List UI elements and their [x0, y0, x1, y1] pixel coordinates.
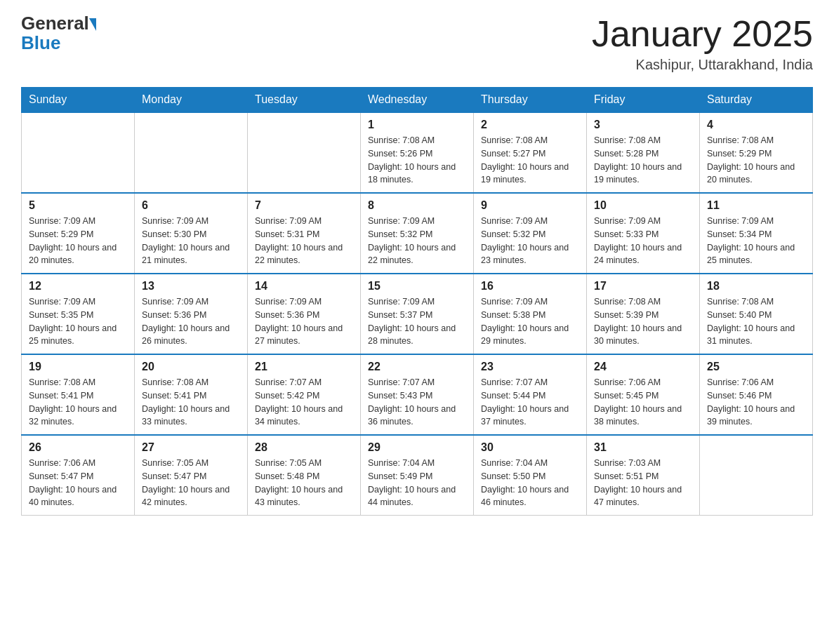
day-info: Sunrise: 7:08 AMSunset: 5:40 PMDaylight:…: [707, 295, 805, 348]
location-title: Kashipur, Uttarakhand, India: [592, 57, 813, 73]
column-header-thursday: Thursday: [474, 88, 587, 113]
calendar-table: SundayMondayTuesdayWednesdayThursdayFrid…: [21, 87, 813, 516]
day-info: Sunrise: 7:06 AMSunset: 5:45 PMDaylight:…: [594, 376, 692, 429]
calendar-cell: 8Sunrise: 7:09 AMSunset: 5:32 PMDaylight…: [361, 193, 474, 274]
logo-triangle-icon: [89, 18, 96, 31]
calendar-cell: 23Sunrise: 7:07 AMSunset: 5:44 PMDayligh…: [474, 354, 587, 435]
calendar-cell: 5Sunrise: 7:09 AMSunset: 5:29 PMDaylight…: [22, 193, 135, 274]
day-number: 21: [255, 361, 353, 373]
day-info: Sunrise: 7:09 AMSunset: 5:32 PMDaylight:…: [368, 215, 466, 267]
calendar-cell: 6Sunrise: 7:09 AMSunset: 5:30 PMDaylight…: [135, 193, 248, 274]
calendar-cell: 20Sunrise: 7:08 AMSunset: 5:41 PMDayligh…: [135, 354, 248, 435]
calendar-cell: 18Sunrise: 7:08 AMSunset: 5:40 PMDayligh…: [700, 274, 813, 354]
day-info: Sunrise: 7:05 AMSunset: 5:48 PMDaylight:…: [255, 457, 353, 509]
calendar-cell: 21Sunrise: 7:07 AMSunset: 5:42 PMDayligh…: [248, 354, 361, 435]
day-info: Sunrise: 7:06 AMSunset: 5:46 PMDaylight:…: [707, 376, 805, 429]
calendar-cell: [135, 112, 248, 193]
day-number: 19: [29, 361, 127, 373]
day-number: 17: [594, 280, 692, 293]
calendar-cell: 4Sunrise: 7:08 AMSunset: 5:29 PMDaylight…: [700, 112, 813, 193]
day-info: Sunrise: 7:09 AMSunset: 5:30 PMDaylight:…: [142, 215, 240, 267]
page-header: General Blue January 2025 Kashipur, Utta…: [21, 14, 813, 73]
day-number: 13: [142, 280, 240, 293]
day-number: 3: [594, 119, 692, 131]
day-info: Sunrise: 7:09 AMSunset: 5:29 PMDaylight:…: [29, 215, 127, 267]
logo-general-text: General: [21, 14, 89, 32]
day-info: Sunrise: 7:09 AMSunset: 5:34 PMDaylight:…: [707, 215, 805, 267]
day-number: 20: [142, 361, 240, 373]
day-info: Sunrise: 7:07 AMSunset: 5:43 PMDaylight:…: [368, 376, 466, 429]
column-header-saturday: Saturday: [700, 88, 813, 113]
day-number: 2: [481, 119, 579, 131]
calendar-cell: 28Sunrise: 7:05 AMSunset: 5:48 PMDayligh…: [248, 435, 361, 516]
column-header-wednesday: Wednesday: [361, 88, 474, 113]
day-number: 25: [707, 361, 805, 373]
day-info: Sunrise: 7:09 AMSunset: 5:33 PMDaylight:…: [594, 215, 692, 267]
day-number: 27: [142, 441, 240, 454]
calendar-cell: 30Sunrise: 7:04 AMSunset: 5:50 PMDayligh…: [474, 435, 587, 516]
calendar-cell: 7Sunrise: 7:09 AMSunset: 5:31 PMDaylight…: [248, 193, 361, 274]
logo: General Blue: [21, 14, 98, 54]
day-number: 31: [594, 441, 692, 454]
calendar-cell: 10Sunrise: 7:09 AMSunset: 5:33 PMDayligh…: [587, 193, 700, 274]
day-info: Sunrise: 7:06 AMSunset: 5:47 PMDaylight:…: [29, 457, 127, 509]
day-number: 11: [707, 199, 805, 212]
calendar-cell: 14Sunrise: 7:09 AMSunset: 5:36 PMDayligh…: [248, 274, 361, 354]
day-number: 18: [707, 280, 805, 293]
calendar-cell: [248, 112, 361, 193]
day-info: Sunrise: 7:09 AMSunset: 5:37 PMDaylight:…: [368, 295, 466, 348]
calendar-cell: [22, 112, 135, 193]
week-row-1: 1Sunrise: 7:08 AMSunset: 5:26 PMDaylight…: [22, 112, 813, 193]
calendar-cell: 27Sunrise: 7:05 AMSunset: 5:47 PMDayligh…: [135, 435, 248, 516]
day-number: 9: [481, 199, 579, 212]
day-info: Sunrise: 7:07 AMSunset: 5:44 PMDaylight:…: [481, 376, 579, 429]
day-info: Sunrise: 7:08 AMSunset: 5:26 PMDaylight:…: [368, 134, 466, 187]
week-row-3: 12Sunrise: 7:09 AMSunset: 5:35 PMDayligh…: [22, 274, 813, 354]
day-number: 24: [594, 361, 692, 373]
week-row-2: 5Sunrise: 7:09 AMSunset: 5:29 PMDaylight…: [22, 193, 813, 274]
day-info: Sunrise: 7:08 AMSunset: 5:41 PMDaylight:…: [142, 376, 240, 429]
day-info: Sunrise: 7:08 AMSunset: 5:27 PMDaylight:…: [481, 134, 579, 187]
day-number: 28: [255, 441, 353, 454]
day-info: Sunrise: 7:09 AMSunset: 5:31 PMDaylight:…: [255, 215, 353, 267]
calendar-cell: 1Sunrise: 7:08 AMSunset: 5:26 PMDaylight…: [361, 112, 474, 193]
month-title: January 2025: [592, 14, 813, 54]
calendar-cell: 13Sunrise: 7:09 AMSunset: 5:36 PMDayligh…: [135, 274, 248, 354]
column-header-friday: Friday: [587, 88, 700, 113]
day-number: 6: [142, 199, 240, 212]
calendar-cell: 31Sunrise: 7:03 AMSunset: 5:51 PMDayligh…: [587, 435, 700, 516]
day-number: 26: [29, 441, 127, 454]
day-info: Sunrise: 7:05 AMSunset: 5:47 PMDaylight:…: [142, 457, 240, 509]
day-number: 4: [707, 119, 805, 131]
day-number: 10: [594, 199, 692, 212]
calendar-cell: [700, 435, 813, 516]
day-info: Sunrise: 7:08 AMSunset: 5:29 PMDaylight:…: [707, 134, 805, 187]
day-info: Sunrise: 7:03 AMSunset: 5:51 PMDaylight:…: [594, 457, 692, 509]
calendar-cell: 26Sunrise: 7:06 AMSunset: 5:47 PMDayligh…: [22, 435, 135, 516]
day-number: 1: [368, 119, 466, 131]
day-info: Sunrise: 7:04 AMSunset: 5:49 PMDaylight:…: [368, 457, 466, 509]
column-header-sunday: Sunday: [22, 88, 135, 113]
day-number: 8: [368, 199, 466, 212]
title-area: January 2025 Kashipur, Uttarakhand, Indi…: [592, 14, 813, 73]
calendar-cell: 15Sunrise: 7:09 AMSunset: 5:37 PMDayligh…: [361, 274, 474, 354]
calendar-cell: 16Sunrise: 7:09 AMSunset: 5:38 PMDayligh…: [474, 274, 587, 354]
column-header-monday: Monday: [135, 88, 248, 113]
day-number: 14: [255, 280, 353, 293]
day-number: 15: [368, 280, 466, 293]
day-info: Sunrise: 7:09 AMSunset: 5:32 PMDaylight:…: [481, 215, 579, 267]
day-info: Sunrise: 7:09 AMSunset: 5:36 PMDaylight:…: [255, 295, 353, 348]
calendar-header-row: SundayMondayTuesdayWednesdayThursdayFrid…: [22, 88, 813, 113]
day-info: Sunrise: 7:09 AMSunset: 5:35 PMDaylight:…: [29, 295, 127, 348]
day-info: Sunrise: 7:07 AMSunset: 5:42 PMDaylight:…: [255, 376, 353, 429]
day-number: 7: [255, 199, 353, 212]
calendar-cell: 9Sunrise: 7:09 AMSunset: 5:32 PMDaylight…: [474, 193, 587, 274]
day-number: 12: [29, 280, 127, 293]
day-number: 5: [29, 199, 127, 212]
calendar-cell: 3Sunrise: 7:08 AMSunset: 5:28 PMDaylight…: [587, 112, 700, 193]
calendar-cell: 25Sunrise: 7:06 AMSunset: 5:46 PMDayligh…: [700, 354, 813, 435]
calendar-cell: 17Sunrise: 7:08 AMSunset: 5:39 PMDayligh…: [587, 274, 700, 354]
day-info: Sunrise: 7:09 AMSunset: 5:38 PMDaylight:…: [481, 295, 579, 348]
calendar-cell: 2Sunrise: 7:08 AMSunset: 5:27 PMDaylight…: [474, 112, 587, 193]
day-number: 22: [368, 361, 466, 373]
